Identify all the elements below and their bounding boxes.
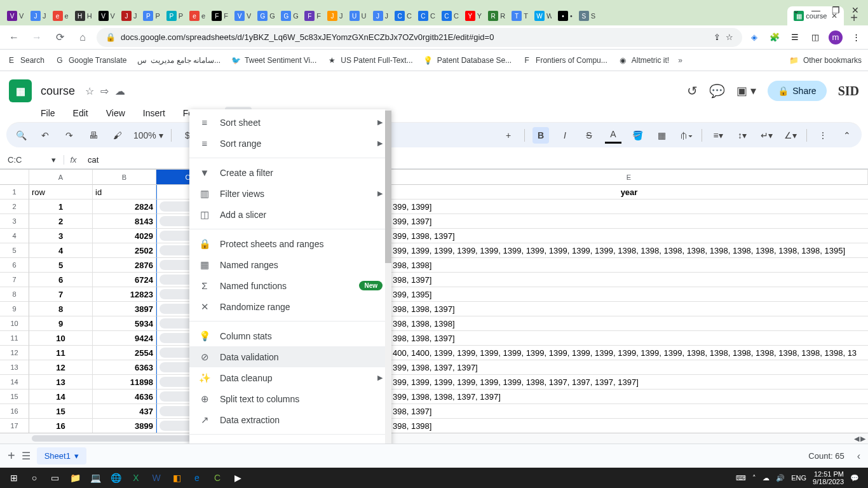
cell[interactable]: 2 [29,214,93,229]
browser-tab[interactable]: GG [278,6,301,25]
browser-tab[interactable]: CC [415,6,438,25]
task-view-icon[interactable]: ▭ [44,469,65,487]
menu-edit[interactable]: Edit [69,107,92,119]
star-icon[interactable]: ☆ [726,32,733,42]
menu-item-sort-range[interactable]: ≡Sort range▶ [189,133,391,154]
cloud-status-icon[interactable]: ☁ [115,85,125,97]
cell[interactable]: 399, 1399] [390,200,868,214]
browser-tab[interactable]: JJ [118,6,140,25]
horizontal-scrollbar[interactable]: ◀▶ [0,433,868,444]
cell[interactable]: 398, 1397] [390,404,868,419]
menu-item-create-a-filter[interactable]: ▼Create a filter [189,162,391,183]
profile-avatar[interactable]: m [829,30,843,44]
row-header[interactable]: 10 [0,316,29,331]
browser-tab[interactable]: WW [531,6,555,25]
cell[interactable]: 10 [29,331,93,346]
menu-item-protect-sheets-and-ranges[interactable]: 🔒Protect sheets and ranges [189,233,391,254]
move-doc-icon[interactable]: ⇨ [100,85,109,97]
document-title[interactable]: course [37,83,79,99]
name-box-dropdown-icon[interactable]: ▾ [51,155,56,165]
cell[interactable]: 2502 [93,243,156,258]
v-align-button[interactable]: ↕▾ [734,127,750,144]
menu-item-split-text-to-columns[interactable]: ⊕Split text to columns [189,388,391,409]
dropdown-scrollbar[interactable] [385,109,391,452]
strikethrough-button[interactable]: S [581,127,597,144]
table-row[interactable]: 15144636399, 1398, 1398, 1397, 1397] [0,390,868,404]
browser-tab[interactable]: PP [163,6,186,25]
column-header[interactable]: E [390,170,868,185]
browser-tab[interactable]: VV [231,6,254,25]
row-header[interactable]: 9 [0,302,29,316]
row-header[interactable]: 7 [0,273,29,287]
browser-tab[interactable]: FF [208,6,231,25]
cell[interactable]: 399, 1398, 1398, 1397, 1397] [390,390,868,404]
forward-button[interactable]: → [28,29,46,46]
row-header[interactable]: 5 [0,243,29,258]
grid-body[interactable]: 1rowidyear212824399, 1399]328143399, 139… [0,185,868,444]
start-button[interactable]: ⊞ [4,469,24,487]
table-row[interactable]: 434029399, 1398, 1397] [0,229,868,243]
bookmark-item[interactable]: FFrontiers of Compu... [522,55,607,65]
camtasia-icon[interactable]: C [207,469,227,487]
insert-link-icon[interactable]: + [500,127,517,144]
edge-icon[interactable]: e [187,469,207,487]
spreadsheet-grid[interactable]: ABCDE 1rowidyear212824399, 1399]32814339… [0,169,868,444]
back-button[interactable]: ← [5,29,23,46]
cell[interactable]: 7 [29,287,93,302]
minimize-icon[interactable]: — [811,5,820,15]
app-icon-2[interactable]: ◧ [166,469,187,487]
row-header[interactable]: 13 [0,360,29,375]
table-row[interactable]: 13126363399, 1398, 1397, 1397] [0,360,868,375]
zoom-selector[interactable]: 100% ▾ [133,127,163,144]
collapse-toolbar-icon[interactable]: ⌃ [839,127,855,144]
row-header[interactable]: 3 [0,214,29,229]
cell[interactable]: 3 [29,229,93,243]
column-header[interactable] [0,170,29,185]
cell[interactable]: 398, 1398, 1398] [390,316,868,331]
undo-icon[interactable]: ↶ [37,127,53,144]
side-panel-icon[interactable]: ◫ [808,30,822,44]
fill-color-button[interactable]: 🪣 [629,127,646,144]
merge-button[interactable]: ⫛▾ [677,127,694,144]
excel-icon[interactable]: X [126,469,146,487]
cell[interactable]: 4 [29,243,93,258]
cell[interactable]: 15 [29,404,93,419]
search-menus-icon[interactable]: 🔍 [13,127,29,144]
cell[interactable]: 4636 [93,390,156,404]
cell[interactable]: 8 [29,302,93,316]
chrome-dropdown-icon[interactable]: ⌄ [792,5,800,15]
cell[interactable]: 2554 [93,346,156,360]
share-url-icon[interactable]: ⇪ [714,32,721,42]
table-row[interactable]: 542502399, 1399, 1399, 1399, 1399, 1399,… [0,243,868,258]
table-row[interactable]: 12112554400, 1400, 1399, 1399, 1399, 139… [0,346,868,360]
scroll-arrows[interactable]: ◀▶ [851,435,868,443]
table-row[interactable]: 328143399, 1397] [0,214,868,229]
dropdown-scroll-thumb[interactable] [385,111,391,263]
tray-expand-icon[interactable]: ˄ [752,474,756,482]
menu-item-column-stats[interactable]: 💡Column stats [189,325,391,346]
borders-button[interactable]: ▦ [653,127,670,144]
cell[interactable]: 4029 [93,229,156,243]
cell[interactable]: 399, 1398, 1397, 1397] [390,360,868,375]
bookmark-item[interactable]: GGoogle Translate [55,55,126,65]
row-header[interactable]: 14 [0,375,29,390]
cell[interactable]: 399, 1398, 1397] [390,229,868,243]
system-tray[interactable]: ⌨ ˄ ☁ 🔊 ENG 12:51 PM 9/18/2023 💬 [736,470,864,485]
cell[interactable]: 6363 [93,360,156,375]
bold-button[interactable]: B [532,127,549,144]
row-header[interactable]: 15 [0,390,29,404]
cell[interactable]: 437 [93,404,156,419]
menu-view[interactable]: View [102,107,129,119]
browser-tab[interactable]: JJ [27,6,50,25]
extensions-icon[interactable]: 🧩 [768,30,782,44]
cell[interactable]: 398, 1398, 1397] [390,302,868,316]
menu-insert[interactable]: Insert [139,107,169,119]
browser-tab[interactable]: UU [346,6,370,25]
explore-button[interactable]: ‹ [857,451,860,462]
menu-item-randomize-range[interactable]: ✕Randomize range [189,296,391,317]
row-header[interactable]: 4 [0,229,29,243]
all-sheets-button[interactable]: ☰ [22,450,31,462]
meet-icon[interactable]: ▣ ▾ [736,84,756,98]
bookmark-item[interactable]: سسامانه جامع مدیریت... [137,55,220,65]
chrome-icon[interactable]: 🌐 [105,469,126,487]
